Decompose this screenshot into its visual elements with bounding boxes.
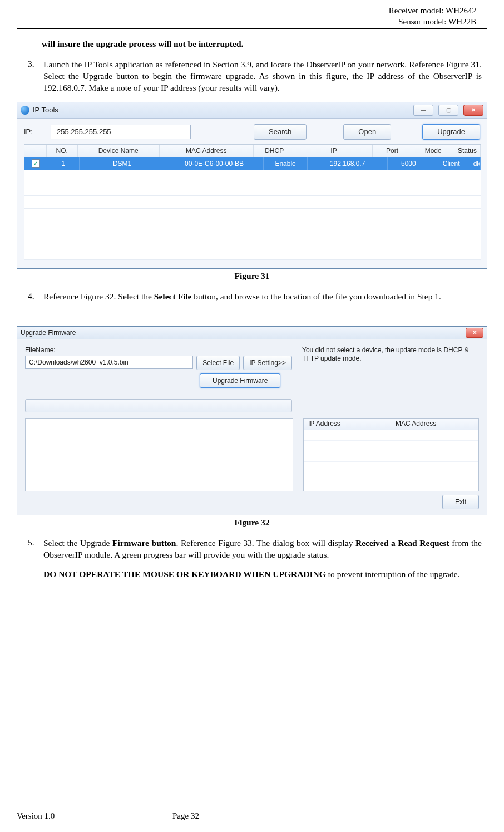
page-header: Receiver model: WH2642 Sensor model: WH2… [17,6,487,27]
col-dhcp: DHCP [254,145,296,157]
cell-name: DSM1 [80,157,165,170]
ip-setting-button[interactable]: IP Setting>> [243,356,292,370]
col-no: NO. [47,145,78,157]
upgrade-button[interactable]: Upgrade [422,124,480,140]
table-row[interactable] [24,221,481,234]
ip-tools-window: IP Tools — ▢ ✕ IP: 255.255.255.255 Searc… [17,102,487,269]
col-port: Port [373,145,413,157]
close-button[interactable]: ✕ [466,328,483,338]
minimize-button[interactable]: — [413,105,433,116]
step-number: 3. [28,59,43,94]
list-item[interactable] [304,462,478,472]
exit-button[interactable]: Exit [442,495,479,509]
cell-dhcp: Enable [264,157,308,170]
select-file-button[interactable]: Select File [196,356,240,370]
step-3: 3. Launch the IP Tools application as re… [28,59,482,94]
open-button[interactable]: Open [343,124,391,140]
col-status: Status [454,145,481,157]
list-item[interactable] [304,430,478,441]
log-textarea[interactable] [25,418,293,491]
list-item[interactable] [304,441,478,451]
dialog-title: Upgrade Firmware [21,329,76,337]
step-5-warning: DO NOT OPERATE THE MOUSE OR KEYBOARD WHE… [43,569,482,580]
ip-tools-icon [21,106,29,115]
list-item[interactable] [304,472,478,483]
cell-no: 1 [47,157,80,170]
col-mode: Mode [412,145,454,157]
col-ip-address: IP Address [304,419,391,430]
cell-status: Idle [473,157,481,170]
step-text: Reference Figure 32. Select the Select F… [43,291,482,303]
header-rule [17,28,487,29]
list-item[interactable] [304,451,478,462]
upgrade-firmware-button[interactable]: Upgrade Firmware [200,373,280,388]
table-row[interactable] [24,183,481,196]
maximize-button[interactable]: ▢ [438,105,458,116]
step-5: 5. Select the Upgrade Firmware button. R… [28,538,482,561]
search-button[interactable]: Search [254,124,307,140]
footer-version: Version 1.0 [17,811,172,821]
sensor-model: Sensor model: WH22B [17,17,476,28]
step-text: Select the Upgrade Firmware button. Refe… [43,538,482,561]
step-number: 5. [28,538,43,561]
table-row[interactable] [24,170,481,183]
step-number: 4. [28,291,43,303]
col-mac-address: MAC Address [391,419,478,430]
upgrade-firmware-dialog: Upgrade Firmware ✕ FileName: C:\Download… [17,326,487,515]
dialog-titlebar: Upgrade Firmware ✕ [17,327,487,339]
ip-label: IP: [24,127,41,136]
cell-mac: 00-0E-C6-00-00-BB [165,157,264,170]
ip-input[interactable]: 255.255.255.255 [51,125,191,139]
row-checkbox[interactable]: ✓ [24,157,47,170]
close-button[interactable]: ✕ [463,105,483,116]
continued-bold-line: will insure the upgrade process will not… [42,39,487,49]
col-check [24,145,47,157]
step-4: 4. Reference Figure 32. Select the Selec… [28,291,482,303]
col-mac: MAC Address [160,145,254,157]
filename-label: FileName: [25,346,292,354]
cell-port: 5000 [388,157,429,170]
status-message: You did not select a device, the update … [302,346,479,418]
table-row[interactable]: ✓ 1 DSM1 00-0E-C6-00-00-BB Enable 192.16… [24,157,481,170]
cell-ip: 192.168.0.7 [308,157,388,170]
device-table: NO. Device Name MAC Address DHCP IP Port… [24,144,481,260]
col-device-name: Device Name [78,145,160,157]
ip-tools-title: IP Tools [33,106,58,114]
progress-bar [25,399,292,412]
page-footer: Version 1.0 Page 32 [17,811,487,821]
receiver-model: Receiver model: WH2642 [17,6,476,17]
ip-tools-titlebar: IP Tools — ▢ ✕ [17,102,487,119]
figure-31-caption: Figure 31 [17,271,487,281]
footer-page: Page 32 [172,811,199,821]
col-ip: IP [295,145,372,157]
device-list: IP Address MAC Address [303,418,479,491]
cell-mode: Client [429,157,473,170]
table-row[interactable] [24,209,481,221]
figure-32-caption: Figure 32 [17,518,487,528]
table-row[interactable] [24,234,481,247]
filename-input[interactable]: C:\Downloads\wh2600_v1.0.5.bin [25,356,193,369]
table-row[interactable] [24,196,481,209]
table-header: NO. Device Name MAC Address DHCP IP Port… [24,145,481,157]
step-text: Launch the IP Tools application as refer… [43,59,482,94]
table-row[interactable] [24,247,481,260]
